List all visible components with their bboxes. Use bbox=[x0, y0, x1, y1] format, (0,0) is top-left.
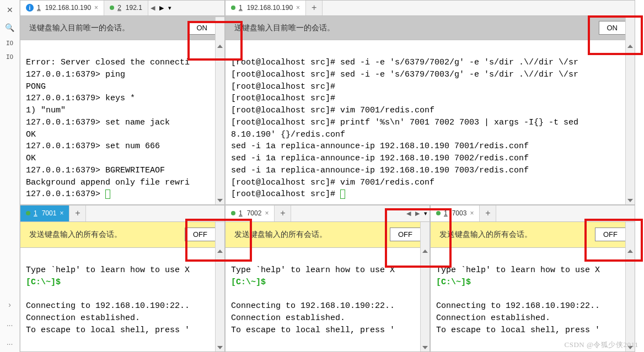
broadcast-banner: 发送键盘输入的所有会话。 OFF bbox=[20, 222, 224, 248]
banner-text: 发送键盘输入的所有会话。 bbox=[234, 230, 327, 240]
info-icon: i bbox=[26, 4, 34, 12]
close-icon[interactable]: × bbox=[470, 209, 474, 217]
banner-text: 送键盘输入目前唯一的会话。 bbox=[234, 23, 335, 33]
status-dot-icon bbox=[436, 211, 441, 215]
terminal-output[interactable]: Type `help' to learn how to use X [C:\~]… bbox=[226, 248, 430, 351]
broadcast-toggle-button[interactable]: ON bbox=[599, 21, 626, 35]
close-icon[interactable]: × bbox=[296, 4, 300, 12]
term-line: [root@localhost src]# sed -i -e 's/6379/… bbox=[231, 58, 578, 67]
tab-label: 192.168.10.190 bbox=[247, 4, 293, 12]
tab-accelerator: 1 bbox=[444, 209, 448, 217]
new-tab-button[interactable]: + bbox=[306, 1, 323, 15]
term-line: 127.0.0.1:6379> keys * bbox=[26, 94, 135, 103]
pane-top-left: i 1 192.168.10.190 × 2 192.1 ◀ ▶ ▾ 送键盘输入… bbox=[20, 0, 225, 205]
session-tab-7001[interactable]: 1 7001 × bbox=[20, 205, 69, 221]
shell-prompt: [C:\~]$ bbox=[231, 278, 266, 287]
scrollbar[interactable] bbox=[420, 222, 430, 351]
term-line: [root@localhost src]# vim 7001/redis.con… bbox=[231, 106, 434, 115]
broadcast-toggle-button[interactable]: OFF bbox=[595, 228, 626, 241]
scrollbar[interactable] bbox=[215, 222, 224, 351]
broadcast-toggle-button[interactable]: OFF bbox=[185, 228, 216, 241]
term-line bbox=[436, 289, 441, 299]
term-line: 1) "num" bbox=[26, 106, 66, 115]
tab-label: 7001 bbox=[42, 209, 57, 217]
scrollbar[interactable] bbox=[625, 17, 635, 204]
tab-label: 7002 bbox=[247, 209, 262, 217]
terminal-output[interactable]: Type `help' to learn how to use X [C:\~]… bbox=[20, 248, 224, 351]
broadcast-toggle-button[interactable]: OFF bbox=[390, 228, 421, 241]
pane-top-right: 1 192.168.10.190 × + 送键盘输入目前唯一的会话。 ON [r… bbox=[225, 0, 635, 205]
chevron-right-icon[interactable]: › bbox=[4, 299, 15, 310]
status-dot-icon bbox=[26, 211, 30, 215]
tab-bar: 1 7002 × + ◀ ▶ ▾ bbox=[226, 205, 430, 222]
io-label-2: IO bbox=[6, 53, 13, 61]
session-tab-2[interactable]: 2 192.1 bbox=[104, 1, 148, 15]
terminal-output[interactable]: [root@localhost src]# sed -i -e 's/6379/… bbox=[226, 40, 635, 204]
term-line: [root@localhost src]# bbox=[231, 189, 340, 199]
term-line: 127.0.0.1:6379> bbox=[26, 189, 105, 199]
cursor-icon bbox=[340, 189, 345, 199]
shell-prompt: [C:\~]$ bbox=[436, 278, 471, 287]
tab-nav-left[interactable]: ◀ bbox=[148, 1, 157, 15]
term-line: Connecting to 192.168.10.190:22.. bbox=[26, 301, 190, 311]
tab-accelerator: 1 bbox=[239, 209, 243, 217]
terminal-output[interactable]: Error: Server closed the connecti 127.0.… bbox=[20, 40, 224, 204]
new-tab-button[interactable]: + bbox=[275, 205, 291, 221]
tab-accelerator: 1 bbox=[37, 4, 41, 12]
scrollbar[interactable] bbox=[215, 17, 224, 204]
pane-grid: i 1 192.168.10.190 × 2 192.1 ◀ ▶ ▾ 送键盘输入… bbox=[20, 0, 644, 352]
broadcast-toggle-button[interactable]: ON bbox=[189, 21, 216, 35]
term-line: Connection established. bbox=[231, 313, 345, 323]
banner-text: 发送键盘输入的所有会话。 bbox=[439, 230, 532, 240]
pane-bottom-left: 1 7001 × + 发送键盘输入的所有会话。 OFF Type `help' … bbox=[20, 205, 225, 352]
new-tab-button[interactable]: + bbox=[480, 205, 496, 221]
status-dot-icon bbox=[231, 211, 235, 215]
tab-accelerator: 2 bbox=[117, 4, 121, 12]
pane-bottom-right: 1 7003 × + 发送键盘输入的所有会话。 OFF Type `help' … bbox=[430, 205, 635, 352]
pane-bottom-mid: 1 7002 × + ◀ ▶ ▾ 发送键盘输入的所有会话。 OFF Type `… bbox=[225, 205, 430, 352]
term-line: Connection established. bbox=[26, 313, 140, 323]
broadcast-banner: 发送键盘输入的所有会话。 OFF bbox=[226, 222, 430, 248]
tab-label: 192.1 bbox=[126, 4, 142, 12]
term-line: To escape to local shell, press ' bbox=[436, 326, 600, 335]
left-rail: ✕ 🔍 IO IO › ... ... bbox=[0, 0, 20, 352]
tab-nav-dropdown[interactable]: ▾ bbox=[166, 1, 174, 15]
term-line: 8.10.190' {}/redis.conf bbox=[231, 130, 345, 139]
term-line bbox=[231, 289, 236, 299]
more-icon[interactable]: ... bbox=[4, 318, 15, 329]
session-tab-1[interactable]: i 1 192.168.10.190 × bbox=[20, 1, 104, 15]
close-icon[interactable]: ✕ bbox=[4, 4, 15, 15]
term-line: To escape to local shell, press ' bbox=[26, 326, 190, 335]
tab-bar: 1 7001 × + bbox=[20, 205, 224, 222]
term-line: [root@localhost src]# printf '%s\n' 7001… bbox=[231, 118, 578, 127]
terminal-output[interactable]: Type `help' to learn how to use X [C:\~]… bbox=[431, 248, 635, 351]
session-tab-7003[interactable]: 1 7003 × bbox=[431, 205, 480, 221]
term-line: [root@localhost src]# vim 7001/redis.con… bbox=[231, 178, 434, 187]
new-tab-button[interactable]: + bbox=[69, 205, 86, 221]
term-line: Background append only file rewri bbox=[26, 178, 190, 187]
term-line: Connection established. bbox=[436, 313, 550, 323]
term-line: sed -i 1a replica-announce-ip 192.168.10… bbox=[231, 154, 529, 163]
scrollbar[interactable] bbox=[625, 222, 635, 351]
more-icon-2[interactable]: ... bbox=[4, 337, 15, 348]
search-icon[interactable]: 🔍 bbox=[4, 22, 15, 33]
term-line: Connecting to 192.168.10.190:22.. bbox=[231, 301, 395, 311]
session-tab-1[interactable]: 1 192.168.10.190 × bbox=[226, 1, 306, 15]
status-dot-icon bbox=[110, 6, 114, 10]
term-line: OK bbox=[26, 154, 36, 163]
session-tab-7002[interactable]: 1 7002 × bbox=[226, 205, 275, 221]
status-dot-icon bbox=[231, 6, 235, 10]
close-icon[interactable]: × bbox=[94, 4, 98, 12]
tab-nav-right[interactable]: ▶ bbox=[157, 1, 166, 15]
term-line: PONG bbox=[26, 82, 46, 91]
term-line: 127.0.0.1:6379> set name jack bbox=[26, 118, 170, 127]
tab-bar: 1 7003 × + bbox=[431, 205, 635, 222]
close-icon[interactable]: × bbox=[265, 209, 269, 217]
tab-nav-right[interactable]: ▶ bbox=[413, 205, 422, 221]
close-icon[interactable]: × bbox=[60, 209, 63, 217]
tab-nav-left[interactable]: ◀ bbox=[404, 205, 413, 221]
tab-nav-dropdown[interactable]: ▾ bbox=[422, 205, 430, 221]
term-line: [root@localhost src]# bbox=[231, 94, 335, 103]
banner-text: 送键盘输入目前唯一的会话。 bbox=[29, 23, 130, 33]
term-line: 127.0.0.1:6379> BGREWRITEAOF bbox=[26, 166, 165, 175]
